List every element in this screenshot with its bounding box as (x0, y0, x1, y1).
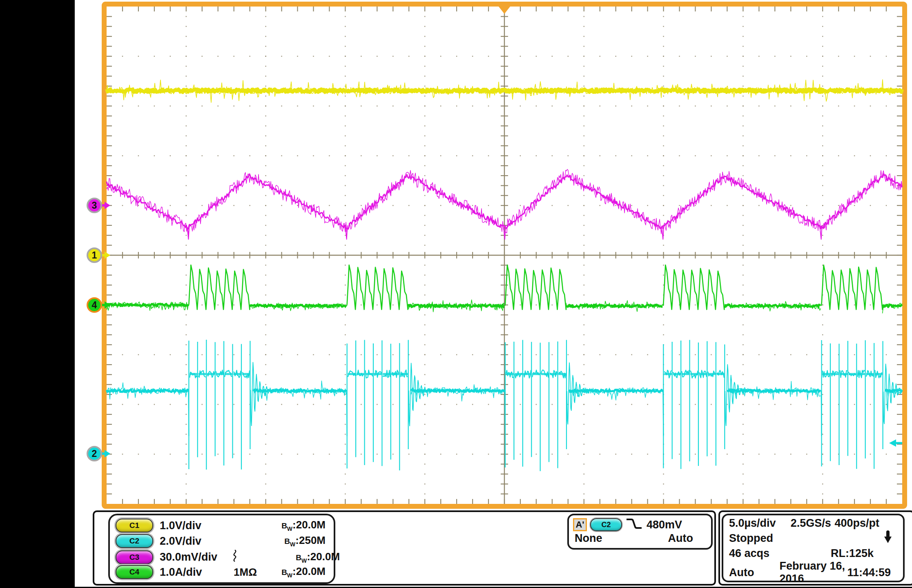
trigger-panel: A' C2 480mV None Auto (567, 514, 713, 550)
channel-row-c3: C3 30.0mV/div BW:20.0M (116, 549, 326, 564)
trigger-mode: Auto (668, 532, 693, 545)
svg-text:4: 4 (92, 300, 97, 310)
bandwidth-c4: BW:20.0M (261, 565, 326, 579)
channel-scale-c1: 1.0V/div (160, 519, 203, 532)
falling-edge-icon (625, 518, 643, 532)
ac-coupling-icon (217, 549, 243, 566)
resolution: 400ps/pt (834, 517, 879, 530)
acquisition-status: Stopped (729, 532, 773, 545)
bandwidth-c2: BW:250M (261, 534, 326, 548)
channel-row-c2: C2 2.0V/div BW:250M (116, 533, 326, 549)
trigger-level-arrow-stem (895, 442, 902, 444)
channel-scale-c3: 30.0mV/div (160, 551, 217, 564)
trigger-source-badge[interactable]: C2 (590, 518, 622, 531)
svg-text:2: 2 (92, 448, 97, 459)
channel-scale-c4: 1.0A/div (160, 566, 203, 579)
bandwidth-c3: BW:20.0M (275, 550, 340, 564)
channel-badge-c1[interactable]: C1 (116, 519, 153, 532)
b-trigger-status: None (575, 532, 602, 545)
timebase-scale: 5.0µs/div (729, 517, 776, 530)
date-label: February 16, 2016 (779, 560, 847, 585)
record-position-icon (883, 530, 893, 547)
sample-rate: 2.5GS/s (791, 517, 831, 530)
channel-scale-c2: 2.0V/div (160, 535, 203, 548)
impedance-c4: 1MΩ (229, 566, 261, 579)
graticule-and-waveforms: 3142 (0, 0, 912, 588)
channel-badge-c4[interactable]: C4 (116, 565, 153, 579)
channel-settings-panel: C1 1.0V/div BW:20.0M C2 2.0V/div BW:250M… (108, 514, 335, 584)
time-label: 11:44:59 (847, 566, 891, 579)
oscilloscope-screen: 3142 C1 1.0V/div BW:20.0M C2 2.0V/div BW… (0, 0, 912, 588)
trigger-a-badge[interactable]: A' (573, 518, 587, 531)
channel-row-c1: C1 1.0V/div BW:20.0M (116, 518, 326, 533)
acquisition-count: 46 acqs (729, 547, 769, 560)
timebase-panel: 5.0µs/div 2.5GS/s 400ps/pt Stopped 46 ac… (722, 514, 905, 582)
channel-badge-c2[interactable]: C2 (116, 534, 153, 548)
channel-row-c4: C4 1.0A/div 1MΩ BW:20.0M (116, 564, 326, 580)
svg-text:1: 1 (92, 250, 97, 261)
acquisition-mode: Auto (729, 566, 754, 579)
svg-text:3: 3 (92, 200, 97, 211)
channel-badge-c3[interactable]: C3 (116, 550, 153, 564)
bandwidth-c1: BW:20.0M (261, 519, 326, 532)
record-length: RL:125k (831, 547, 874, 560)
trigger-level: 480mV (647, 519, 682, 531)
